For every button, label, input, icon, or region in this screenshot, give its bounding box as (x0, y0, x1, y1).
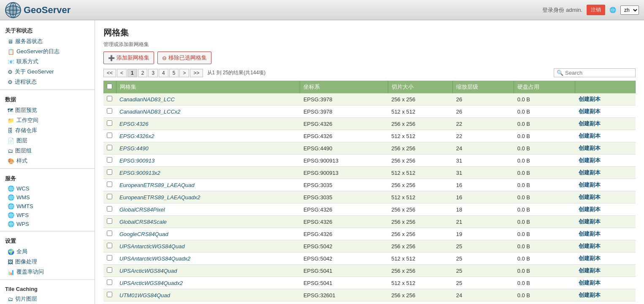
create-copy-link[interactable]: 创建副本 (579, 267, 601, 274)
gridset-name-link[interactable]: EPSG:900913x2 (119, 170, 160, 176)
remove-icon: ⊖ (162, 55, 167, 61)
sidebar-item-workspace[interactable]: 📁 工作空间 (0, 115, 95, 125)
create-copy-link[interactable]: 创建副本 (579, 280, 601, 286)
gridset-name-link[interactable]: EuropeanETRS89_LAEAQuad (119, 182, 195, 188)
create-copy-link[interactable]: 创建副本 (579, 194, 601, 200)
sidebar-item-wms[interactable]: 🌐 WMS (0, 193, 95, 202)
gridset-name-link[interactable]: GlobalCRS84Scale (119, 219, 167, 225)
row-checkbox[interactable] (107, 169, 112, 175)
gridset-name-link[interactable]: EPSG:900913 (119, 157, 154, 164)
create-copy-link[interactable]: 创建副本 (579, 206, 601, 212)
create-copy-link[interactable]: 创建副本 (579, 231, 601, 237)
process-icon: ⚙ (8, 79, 13, 85)
gridset-name-link[interactable]: UTM01WGS84Quad (119, 292, 170, 299)
sidebar-item-store[interactable]: 🗄 存储仓库 (0, 125, 95, 136)
page-first-button[interactable]: << (103, 69, 116, 77)
sidebar-item-log[interactable]: 📋 GeoServer的日志 (0, 46, 95, 57)
col-checkbox (103, 81, 116, 93)
sidebar-item-wmts[interactable]: 🌐 WMTS (0, 202, 95, 211)
gridset-name-link[interactable]: GoogleCRS84Quad (119, 231, 168, 237)
sidebar-item-tile-layers[interactable]: 🗂 切片图层 (0, 294, 95, 304)
row-checkbox[interactable] (107, 133, 112, 138)
row-checkbox[interactable] (107, 292, 112, 297)
create-copy-link[interactable]: 创建副本 (579, 182, 601, 188)
search-input[interactable] (565, 70, 633, 76)
sidebar-item-styles[interactable]: 🎨 样式 (0, 156, 95, 166)
create-copy-link[interactable]: 创建副本 (579, 96, 601, 102)
sidebar-item-layer-group[interactable]: 🗂 图层组 (0, 146, 95, 156)
sidebar-item-layers[interactable]: 📄 图层 (0, 136, 95, 146)
gridset-name-link[interactable]: UPSArcticWGS84Quadx2 (119, 280, 183, 286)
row-checkbox[interactable] (107, 157, 112, 163)
create-copy-link[interactable]: 创建副本 (579, 145, 601, 151)
layer-preview-icon: 🗺 (8, 107, 13, 114)
page-2-button[interactable]: 2 (138, 69, 148, 77)
gridset-name-link[interactable]: UPSArcticWGS84Quad (119, 268, 177, 274)
page-prev-button[interactable]: < (117, 69, 127, 77)
page-5-button[interactable]: 5 (169, 69, 179, 77)
gridset-name-link[interactable]: UPSAntarcticWGS84Quad (119, 243, 185, 250)
create-copy-link[interactable]: 创建副本 (579, 243, 601, 249)
add-gridset-button[interactable]: ➕ 添加新网格集 (103, 52, 154, 64)
row-checkbox[interactable] (107, 108, 112, 114)
remove-gridset-button[interactable]: ⊖ 移除已选网格集 (157, 52, 211, 64)
page-4-button[interactable]: 4 (159, 69, 168, 77)
create-copy-link[interactable]: 创建副本 (579, 218, 601, 225)
row-checkbox[interactable] (107, 194, 112, 199)
select-all-checkbox[interactable] (107, 84, 112, 89)
create-copy-link[interactable]: 创建副本 (579, 133, 601, 139)
row-zoom: 25 (453, 277, 514, 289)
row-checkbox[interactable] (107, 145, 112, 150)
page-last-button[interactable]: >> (190, 69, 203, 77)
row-checkbox[interactable] (107, 267, 112, 273)
row-crs: EPSG:5042 (300, 252, 388, 265)
gridset-name-link[interactable]: CanadianNAD83_LCCx2 (119, 109, 181, 115)
sidebar-item-global[interactable]: 🌍 全局 (0, 247, 95, 257)
row-checkbox[interactable] (107, 120, 112, 126)
gridset-name-link[interactable]: EuropeanETRS89_LAEAQuadx2 (119, 194, 200, 201)
logout-button[interactable]: 注销 (587, 5, 605, 15)
row-zoom: 24 (453, 142, 514, 155)
row-checkbox[interactable] (107, 218, 112, 224)
page-1-button[interactable]: 1 (127, 69, 137, 77)
sidebar-item-wps[interactable]: 🌐 WPS (0, 220, 95, 228)
row-checkbox[interactable] (107, 182, 112, 187)
create-copy-link[interactable]: 创建副本 (579, 169, 601, 176)
create-copy-link[interactable]: 创建副本 (579, 120, 601, 127)
layer-group-icon: 🗂 (8, 148, 13, 154)
gridset-name-link[interactable]: EPSG:4490 (119, 145, 149, 152)
sidebar-item-server-status[interactable]: 🖥 服务器状态 (0, 36, 95, 46)
layout: 关于和状态 🖥 服务器状态 📋 GeoServer的日志 📧 联系方式 ⚙ 关于… (0, 20, 644, 304)
gridset-name-link[interactable]: EPSG:4326 (119, 121, 149, 127)
sidebar-section-settings: 设置 (0, 234, 95, 247)
create-copy-link[interactable]: 创建副本 (579, 255, 601, 261)
create-copy-link[interactable]: 创建副本 (579, 292, 601, 298)
row-checkbox[interactable] (107, 231, 112, 236)
row-disk: 0.0 B (514, 155, 575, 167)
row-checkbox[interactable] (107, 243, 112, 248)
row-checkbox[interactable] (107, 206, 112, 212)
sidebar-item-layer-preview[interactable]: 🗺 图层预览 (0, 105, 95, 115)
sidebar-item-process-status[interactable]: ⚙ 进程状态 (0, 77, 95, 87)
sidebar-item-image-processing[interactable]: 🖼 图像处理 (0, 257, 95, 267)
sidebar-item-wcs[interactable]: 🌐 WCS (0, 184, 95, 193)
row-disk: 0.0 B (514, 277, 575, 289)
create-copy-link[interactable]: 创建副本 (579, 157, 601, 163)
sidebar-item-coverage-access[interactable]: 📊 覆盖率访问 (0, 267, 95, 277)
gridset-name-link[interactable]: EPSG:4326x2 (119, 133, 154, 139)
sidebar-item-about[interactable]: ⚙ 关于 GeoServer (0, 67, 95, 77)
language-select[interactable]: zh en (620, 5, 639, 15)
page-3-button[interactable]: 3 (148, 69, 158, 77)
create-copy-link[interactable]: 创建副本 (579, 108, 601, 114)
row-checkbox[interactable] (107, 96, 112, 101)
sidebar-item-contact[interactable]: 📧 联系方式 (0, 57, 95, 67)
row-checkbox[interactable] (107, 280, 112, 285)
gridset-name-link[interactable]: GlobalCRS84Pixel (119, 206, 165, 213)
row-disk: 0.0 B (514, 265, 575, 277)
sidebar-item-wfs[interactable]: 🌐 WFS (0, 211, 95, 220)
row-checkbox[interactable] (107, 255, 112, 261)
gridset-name-link[interactable]: CanadianNAD83_LCC (119, 96, 175, 103)
gridset-name-link[interactable]: UPSAntarcticWGS84Quadx2 (119, 255, 190, 262)
toolbar: ➕ 添加新网格集 ⊖ 移除已选网格集 (103, 52, 636, 64)
page-next-button[interactable]: > (179, 69, 189, 77)
